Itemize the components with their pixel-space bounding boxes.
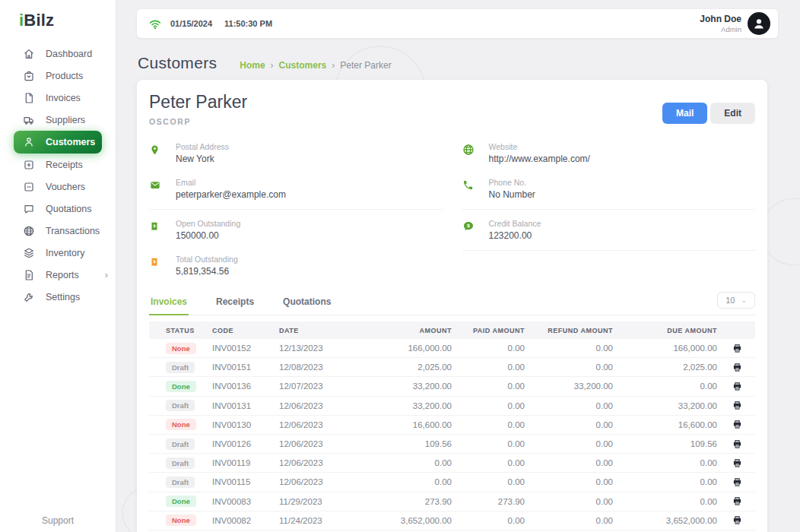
total-outstanding-field: $ Total Outstanding5,819,354.56: [149, 248, 443, 283]
sidebar-item-receipts[interactable]: Receipts: [0, 154, 116, 176]
tab-invoices[interactable]: Invoices: [149, 290, 189, 315]
breadcrumb: Home › Customers › Peter Parker: [240, 60, 391, 71]
table-row[interactable]: Draft INV00126 12/06/2023 109.56 0.00 0.…: [149, 435, 755, 454]
status-badge: Draft: [166, 439, 195, 450]
sidebar-item-dashboard[interactable]: Dashboard: [0, 43, 116, 65]
sidebar-item-suppliers[interactable]: Suppliers: [0, 109, 116, 131]
tab-receipts[interactable]: Receipts: [214, 290, 256, 315]
divider: [462, 250, 756, 251]
sidebar-item-reports[interactable]: Reports ›: [0, 264, 116, 286]
sidebar-item-transactions[interactable]: Transactions: [0, 220, 116, 242]
status-badge: Draft: [166, 458, 195, 469]
contact-right-column: Websitehttp://www.example.com/ Phone No.…: [462, 135, 756, 283]
invoice-amount: 2,025.00: [377, 363, 453, 372]
print-button[interactable]: [729, 438, 745, 451]
invoice-refund-amount: 0.00: [526, 477, 614, 486]
invoice-paid-amount: 0.00: [453, 363, 526, 372]
support-link[interactable]: Support: [0, 515, 116, 526]
invoice-refund-amount: 0.00: [526, 516, 614, 525]
invoice-refund-amount: 0.00: [526, 401, 614, 410]
invoice-refund-amount: 0.00: [526, 497, 614, 506]
invoice-paid-amount: 0.00: [453, 344, 526, 353]
topbar-user: John Doe Admin: [700, 14, 741, 33]
home-icon: [23, 47, 36, 60]
sidebar-item-customers[interactable]: Customers: [14, 131, 102, 154]
invoice-refund-amount: 33,200.00: [526, 382, 614, 391]
table-row[interactable]: Draft INV00131 12/06/2023 33,200.00 0.00…: [149, 397, 755, 416]
topbar-date: 01/15/2024: [170, 19, 212, 28]
tab-quotations[interactable]: Quotations: [281, 290, 332, 315]
print-button[interactable]: [729, 476, 745, 489]
chevron-down-icon: ⌄: [741, 296, 747, 304]
sidebar-item-label: Products: [46, 71, 83, 81]
sidebar-item-quotations[interactable]: Quotations: [0, 198, 116, 220]
wifi-icon: [149, 18, 161, 29]
sidebar-item-invoices[interactable]: Invoices: [0, 87, 116, 109]
mail-button[interactable]: Mail: [662, 103, 707, 124]
invoice-date: 12/08/2023: [278, 363, 377, 372]
heading-row: Customers Home › Customers › Peter Parke…: [138, 54, 779, 72]
breadcrumb-home[interactable]: Home: [240, 60, 265, 71]
invoice-amount: 109.56: [377, 439, 453, 448]
invoice-amount: 33,200.00: [377, 382, 453, 391]
invoice-code: INV00130: [211, 420, 278, 429]
user-role: Admin: [700, 25, 741, 33]
table-row[interactable]: None INV00152 12/13/2023 166,000.00 0.00…: [149, 339, 755, 358]
avatar[interactable]: [748, 12, 770, 35]
print-button[interactable]: [729, 418, 745, 431]
invoice-due-amount: 166,000.00: [614, 344, 719, 353]
invoice-date: 12/06/2023: [278, 458, 377, 467]
sidebar-item-label: Customers: [46, 137, 95, 147]
postal-address-field: Postal AddressNew York: [149, 135, 443, 171]
page-size-select[interactable]: 10 ⌄: [717, 292, 755, 309]
sidebar-item-products[interactable]: Products: [0, 65, 116, 87]
status-badge: None: [166, 419, 196, 430]
wrench-icon: [23, 290, 36, 303]
print-button[interactable]: [729, 495, 745, 508]
person-icon: [23, 136, 36, 149]
sidebar-nav: Dashboard Products Invoices Suppliers Cu…: [0, 43, 116, 308]
invoice-code: INV00151: [211, 363, 278, 372]
status-badge: Draft: [166, 477, 195, 488]
invoice-paid-amount: 273.90: [453, 497, 526, 506]
print-button[interactable]: [729, 342, 745, 355]
credit-balance-field: $ Credit Balance123200.00: [462, 212, 756, 248]
contact-left-column: Postal AddressNew York Emailpeterparker@…: [149, 135, 443, 283]
edit-button[interactable]: Edit: [710, 103, 755, 124]
breadcrumb-customers[interactable]: Customers: [279, 60, 327, 71]
sidebar-item-settings[interactable]: Settings: [0, 286, 116, 308]
invoice-paid-amount: 0.00: [453, 439, 526, 448]
status-badge: None: [166, 515, 196, 526]
table-row[interactable]: Draft INV00115 12/06/2023 0.00 0.00 0.00…: [149, 473, 755, 492]
invoice-amount: 166,000.00: [377, 344, 453, 353]
invoice-date: 11/24/2023: [278, 516, 377, 525]
print-button[interactable]: [729, 514, 745, 527]
print-button[interactable]: [729, 380, 745, 393]
invoice-refund-amount: 0.00: [526, 458, 614, 467]
invoice-date: 12/06/2023: [278, 401, 377, 410]
sidebar-item-inventory[interactable]: Inventory: [0, 242, 116, 264]
table-row[interactable]: Done INV00136 12/07/2023 33,200.00 0.00 …: [149, 377, 755, 396]
print-button[interactable]: [729, 399, 745, 412]
divider: [149, 209, 443, 210]
invoice-code: INV00082: [211, 516, 278, 525]
table-row[interactable]: Done INV00083 11/29/2023 273.90 273.90 0…: [149, 492, 755, 511]
table-row[interactable]: Draft INV00151 12/08/2023 2,025.00 0.00 …: [149, 358, 755, 377]
invoice-amount: 0.00: [377, 458, 453, 467]
table-row[interactable]: Draft INV00119 12/06/2023 0.00 0.00 0.00…: [149, 454, 755, 473]
table-row[interactable]: None INV00082 11/24/2023 3,652,000.00 0.…: [149, 511, 755, 530]
envelope-icon: [149, 178, 164, 194]
invoice-code: INV00136: [211, 382, 278, 391]
sidebar-item-label: Settings: [46, 292, 80, 302]
open-outstanding-field: $ Open Outstanding150000.00: [149, 212, 443, 248]
svg-text:$: $: [153, 223, 156, 228]
invoice-code: INV00119: [211, 458, 278, 467]
chevron-right-icon: ›: [271, 60, 274, 71]
sidebar: iBilz Dashboard Products Invoices Suppli…: [0, 0, 116, 532]
truck-icon: [23, 113, 36, 126]
table-row[interactable]: None INV00130 12/06/2023 16,600.00 0.00 …: [149, 416, 755, 435]
status-badge: None: [166, 343, 196, 354]
sidebar-item-vouchers[interactable]: Vouchers: [0, 176, 116, 198]
print-button[interactable]: [729, 361, 745, 374]
print-button[interactable]: [729, 457, 745, 470]
